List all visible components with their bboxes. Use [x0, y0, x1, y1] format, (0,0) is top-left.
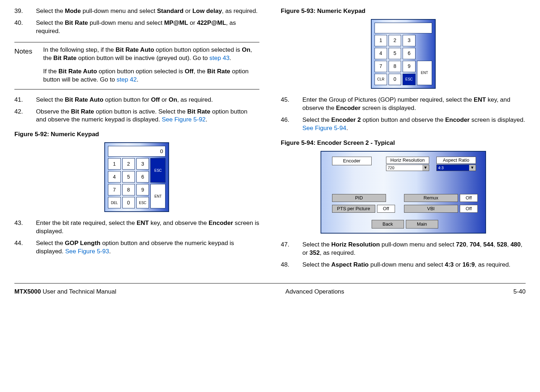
key-6[interactable]: 6: [136, 171, 149, 183]
aspect-ratio-label: Aspect Ratio: [436, 157, 476, 164]
horiz-resolution-dropdown[interactable]: 720▼: [386, 165, 429, 171]
numeric-keypad-fig92: 0 1 2 3 4 5 6 7 8 9: [104, 142, 169, 212]
key-0[interactable]: 0: [389, 74, 401, 85]
step-number: 44.: [14, 239, 36, 256]
chevron-down-icon: ▼: [469, 165, 476, 171]
key-ent[interactable]: ENT: [150, 184, 165, 208]
key-5[interactable]: 5: [122, 171, 135, 183]
step-45: 45. Enter the Group of Pictures (GOP) nu…: [281, 96, 526, 112]
remux-value: Off: [460, 194, 478, 202]
step-number: 42.: [14, 108, 36, 124]
notes-label: Notes: [14, 46, 43, 86]
pts-value: Off: [377, 205, 395, 213]
key-7[interactable]: 7: [108, 184, 121, 195]
key-8[interactable]: 8: [389, 61, 401, 72]
pts-per-picture-button[interactable]: PTS per Picture: [332, 205, 375, 213]
step-body: Enter the bit rate required, select the …: [36, 219, 259, 236]
key-1[interactable]: 1: [375, 35, 387, 46]
encoder-screen: Encoder Horiz Resolution 720▼ Aspect Rat…: [321, 151, 486, 234]
key-3[interactable]: 3: [136, 158, 149, 170]
back-button[interactable]: Back: [372, 220, 404, 229]
numeric-keypad-fig93: 1 2 3 4 5 6 7 8 9 CLR: [371, 19, 436, 89]
notes-body: In the following step, if the Bit Rate A…: [43, 46, 259, 86]
footer-center: Advanced Operations: [285, 288, 344, 296]
pid-button[interactable]: PID: [332, 194, 386, 202]
key-9[interactable]: 9: [403, 61, 415, 72]
chevron-down-icon: ▼: [422, 165, 429, 171]
key-9[interactable]: 9: [136, 184, 149, 195]
key-esc-big[interactable]: ESC: [150, 158, 165, 183]
key-6[interactable]: 6: [403, 48, 415, 59]
step-body: Select the Mode pull-down menu and selec…: [36, 7, 259, 15]
vbi-button[interactable]: VBI: [404, 205, 458, 213]
step-number: 46.: [281, 116, 303, 133]
step-body: Select the Encoder 2 option button and o…: [303, 116, 526, 133]
key-esc[interactable]: ESC: [403, 74, 415, 85]
notes-block: Notes In the following step, if the Bit …: [14, 42, 259, 89]
step-body: Select the Aspect Ratio pull-down menu a…: [303, 261, 526, 269]
step-number: 39.: [14, 7, 36, 15]
page-footer: MTX5000 User and Technical Manual Advanc…: [14, 283, 526, 296]
step-40: 40. Select the Bit Rate pull-down menu a…: [14, 19, 259, 36]
key-clr[interactable]: CLR: [375, 74, 387, 85]
step-41: 41. Select the Bit Rate Auto option butt…: [14, 96, 259, 104]
step-body: Select the GOP Length option button and …: [36, 239, 259, 256]
encoder-button[interactable]: Encoder: [332, 157, 372, 165]
step-number: 45.: [281, 96, 303, 112]
step-43: 43. Enter the bit rate required, select …: [14, 219, 259, 236]
step-number: 41.: [14, 96, 36, 104]
link-figure-5-92[interactable]: See Figure 5-92: [162, 116, 206, 123]
step-body: Select the Bit Rate pull-down menu and s…: [36, 19, 259, 36]
step-number: 48.: [281, 261, 303, 269]
figure-5-93-title: Figure 5-93: Numeric Keypad: [281, 7, 526, 15]
key-4[interactable]: 4: [375, 48, 387, 59]
footer-right: 5-40: [513, 288, 526, 296]
figure-5-94-title: Figure 5-94: Encoder Screen 2 - Typical: [281, 139, 526, 147]
key-ent[interactable]: ENT: [417, 61, 432, 85]
key-2[interactable]: 2: [122, 158, 135, 170]
key-esc[interactable]: ESC: [136, 197, 149, 208]
step-48: 48. Select the Aspect Ratio pull-down me…: [281, 261, 526, 269]
key-0[interactable]: 0: [122, 197, 135, 208]
left-column: 39. Select the Mode pull-down menu and s…: [14, 7, 259, 272]
step-body: Select the Horiz Resolution pull-down me…: [303, 241, 526, 257]
keypad-display: [375, 23, 432, 33]
step-body: Select the Bit Rate Auto option button f…: [36, 96, 259, 104]
step-number: 47.: [281, 241, 303, 257]
main-button[interactable]: Main: [406, 220, 438, 229]
remux-button[interactable]: Remux: [404, 194, 458, 202]
step-42: 42. Observe the Bit Rate option button i…: [14, 108, 259, 124]
step-body: Observe the Bit Rate option button is ac…: [36, 108, 259, 124]
footer-left: MTX5000 User and Technical Manual: [14, 288, 116, 296]
step-number: 40.: [14, 19, 36, 36]
link-figure-5-94[interactable]: See Figure 5-94: [303, 125, 346, 132]
key-7[interactable]: 7: [375, 61, 387, 72]
step-44: 44. Select the GOP Length option button …: [14, 239, 259, 256]
key-1[interactable]: 1: [108, 158, 121, 170]
key-5[interactable]: 5: [389, 48, 401, 59]
vbi-value: Off: [460, 205, 478, 213]
key-2[interactable]: 2: [389, 35, 401, 46]
link-step-42[interactable]: step 42: [117, 76, 137, 83]
key-3[interactable]: 3: [403, 35, 415, 46]
step-46: 46. Select the Encoder 2 option button a…: [281, 116, 526, 133]
step-47: 47. Select the Horiz Resolution pull-dow…: [281, 241, 526, 257]
keypad-display: 0: [108, 146, 165, 157]
right-column: Figure 5-93: Numeric Keypad 1 2 3 4 5 6: [281, 7, 526, 272]
key-del[interactable]: DEL: [108, 197, 121, 208]
key-4[interactable]: 4: [108, 171, 121, 183]
horiz-resolution-label: Horiz Resolution: [386, 157, 429, 164]
figure-5-92-title: Figure 5-92: Numeric Keypad: [14, 130, 259, 139]
step-number: 43.: [14, 219, 36, 236]
key-8[interactable]: 8: [122, 184, 135, 195]
step-body: Enter the Group of Pictures (GOP) number…: [303, 96, 526, 112]
link-figure-5-93[interactable]: See Figure 5-93: [65, 248, 109, 255]
step-39: 39. Select the Mode pull-down menu and s…: [14, 7, 259, 15]
aspect-ratio-dropdown[interactable]: 4:3▼: [436, 165, 476, 171]
link-step-43[interactable]: step 43: [209, 55, 230, 61]
